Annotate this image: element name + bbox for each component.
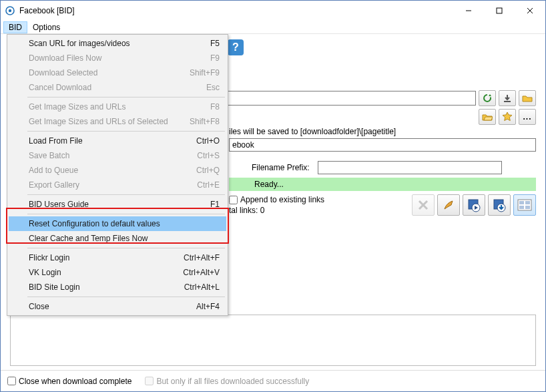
menu-download-selected-shortcut: Shift+F9 [190, 68, 220, 77]
svg-rect-3 [497, 8, 502, 13]
menu-bid-site-login[interactable]: BID Site Login Ctrl+Alt+L [9, 280, 226, 295]
menu-download-now[interactable]: Download Files Now F9 [9, 51, 226, 65]
only-if-success-text: But only if all files downloaded success… [156, 377, 309, 386]
links-row: Append to existing links tal links: 0 [229, 194, 536, 216]
close-button[interactable] [515, 1, 545, 21]
menu-options[interactable]: Options [27, 21, 65, 33]
disk-play-icon [467, 198, 481, 212]
delete-selection-button[interactable] [412, 194, 435, 216]
menu-close[interactable]: Close Alt+F4 [9, 299, 226, 314]
save-location-hint: iles will be saved to [downloadfolder]\[… [229, 127, 396, 136]
menu-users-guide[interactable]: BID Users Guide F1 [9, 197, 226, 212]
menu-separator [27, 297, 225, 297]
menu-flickr-login-shortcut: Ctrl+Alt+F [184, 253, 220, 262]
menu-load-from-file-label: Load From File [29, 136, 83, 146]
window-title: Facebook [BID] [19, 6, 453, 15]
menu-flickr-login-label: Flickr Login [29, 253, 69, 262]
links-left: Append to existing links tal links: 0 [229, 194, 324, 216]
thumbnails-icon [517, 199, 532, 211]
close-when-done-label[interactable]: Close when download complete [7, 377, 131, 386]
only-if-success-label: But only if all files downloaded success… [145, 377, 309, 386]
status-text: Ready... [254, 180, 284, 189]
app-window: Facebook [BID] BID Options ? [0, 0, 546, 392]
menu-separator [27, 248, 225, 248]
menu-download-selected[interactable]: Download Selected Shift+F9 [9, 65, 226, 80]
menu-export-gallery-label: Export Gallery [29, 180, 79, 190]
menu-download-now-label: Download Files Now [29, 53, 101, 63]
open-icon [482, 112, 493, 122]
toolbar: ? [228, 39, 244, 55]
menu-scan-url-shortcut: F5 [210, 39, 220, 48]
close-when-done-checkbox[interactable] [7, 377, 16, 385]
menu-close-shortcut: Alt+F4 [196, 302, 220, 311]
results-list[interactable] [10, 315, 536, 366]
svg-rect-15 [525, 201, 530, 204]
menu-scan-url-label: Scan URL for images/videos [29, 39, 130, 48]
menu-reset-config[interactable]: Reset Configuration to default values [9, 216, 226, 231]
menu-reset-config-label: Reset Configuration to default values [29, 219, 160, 228]
menu-users-guide-label: BID Users Guide [29, 200, 89, 209]
menu-load-from-file-shortcut: Ctrl+O [196, 136, 220, 146]
save-down-button[interactable] [488, 194, 511, 216]
status-bar: Ready... [229, 178, 536, 191]
help-icon[interactable]: ? [228, 39, 244, 55]
open-button[interactable] [479, 109, 496, 125]
reload-icon [482, 93, 493, 104]
menu-download-now-shortcut: F9 [210, 53, 220, 63]
append-checkbox[interactable] [229, 196, 238, 204]
menu-vk-login[interactable]: VK Login Ctrl+Alt+V [9, 265, 226, 280]
more-button[interactable]: ... [519, 109, 536, 125]
titlebar: Facebook [BID] [1, 1, 545, 21]
svg-point-1 [9, 9, 11, 12]
favorite-icon [502, 112, 513, 122]
menu-get-sizes-selected-shortcut: Shift+F8 [190, 117, 220, 126]
only-if-success-checkbox [145, 377, 154, 385]
download-button[interactable] [499, 90, 516, 106]
thumbnails-button[interactable] [513, 194, 536, 216]
menu-save-batch[interactable]: Save Batch Ctrl+S [9, 148, 226, 163]
app-icon [5, 5, 15, 16]
menu-scan-url[interactable]: Scan URL for images/videos F5 [9, 36, 226, 51]
menu-get-sizes-selected[interactable]: Get Image Sizes and URLs of Selected Shi… [9, 114, 226, 129]
menu-load-from-file[interactable]: Load From File Ctrl+O [9, 134, 226, 148]
svg-rect-17 [525, 206, 530, 209]
append-checkbox-label[interactable]: Append to existing links [229, 194, 324, 205]
reload-button[interactable] [479, 90, 496, 106]
menu-flickr-login[interactable]: Flickr Login Ctrl+Alt+F [9, 250, 226, 265]
svg-rect-16 [519, 206, 524, 209]
svg-rect-14 [519, 201, 524, 204]
menu-export-gallery[interactable]: Export Gallery Ctrl+E [9, 178, 226, 192]
menu-clear-cache-label: Clear Cache and Temp Files Now [29, 234, 148, 243]
menu-save-batch-label: Save Batch [29, 151, 69, 160]
url-row-2: ... [479, 109, 536, 125]
menu-cancel-download[interactable]: Cancel Download Esc [9, 80, 226, 95]
more-icon: ... [523, 112, 531, 122]
footer: Close when download complete But only if… [1, 370, 545, 391]
cleanup-button[interactable] [437, 194, 460, 216]
menu-get-sizes-selected-label: Get Image Sizes and URLs of Selected [29, 117, 168, 126]
filename-prefix-label: Filename Prefix: [252, 163, 310, 172]
favorite-button[interactable] [499, 109, 516, 125]
total-links: tal links: 0 [229, 205, 324, 216]
bid-menu-dropdown: Scan URL for images/videos F5 Download F… [7, 34, 228, 316]
menu-get-sizes[interactable]: Get Image Sizes and URLs F8 [9, 100, 226, 114]
path-input[interactable]: ebook [229, 138, 536, 152]
folder-icon [522, 93, 533, 103]
close-when-done-text: Close when download complete [19, 377, 131, 386]
menu-download-selected-label: Download Selected [29, 68, 97, 77]
folder-button[interactable] [519, 90, 536, 106]
maximize-button[interactable] [484, 1, 515, 21]
start-saved-button[interactable] [463, 194, 485, 216]
minimize-button[interactable] [453, 1, 484, 21]
menu-save-batch-shortcut: Ctrl+S [197, 151, 220, 160]
menu-separator [27, 214, 225, 214]
menu-separator [27, 97, 225, 97]
menu-add-to-queue[interactable]: Add to Queue Ctrl+Q [9, 163, 226, 178]
menu-cancel-download-label: Cancel Download [29, 83, 91, 92]
menu-add-to-queue-shortcut: Ctrl+Q [196, 166, 220, 175]
menubar: BID Options [1, 21, 545, 34]
menu-get-sizes-shortcut: F8 [210, 102, 220, 112]
menu-bid[interactable]: BID [3, 21, 27, 33]
menu-clear-cache[interactable]: Clear Cache and Temp Files Now [9, 231, 226, 246]
filename-prefix-input[interactable] [318, 161, 502, 174]
